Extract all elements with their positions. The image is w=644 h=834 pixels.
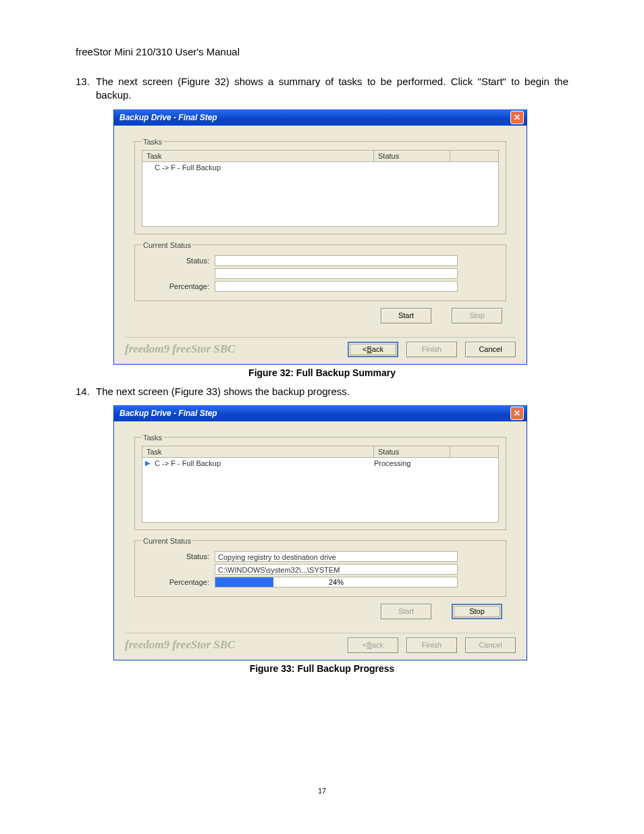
current-status-group: Current Status Status: Percentage:	[134, 241, 506, 301]
step-14-text: The next screen (Figure 33) shows the ba…	[96, 385, 568, 398]
back-button[interactable]: < Back	[348, 637, 398, 653]
dialog-title: Backup Drive - Final Step	[119, 113, 217, 122]
tasks-legend: Tasks	[142, 434, 163, 442]
task-status: Processing	[374, 459, 455, 467]
current-status-legend: Current Status	[142, 241, 192, 249]
task-name: C -> F - Full Backup	[153, 163, 374, 172]
finish-button[interactable]: Finish	[406, 342, 457, 357]
close-icon[interactable]: ✕	[510, 111, 524, 124]
task-list[interactable]: C -> F - Full Backup	[142, 162, 499, 227]
percentage-label: Percentage:	[142, 282, 215, 290]
current-status-group: Current Status Status: Copying registry …	[134, 537, 506, 597]
figure-33-caption: Figure 33: Full Backup Progress	[76, 663, 568, 674]
tasks-legend: Tasks	[142, 138, 163, 146]
tasks-group: Tasks Task Status ▶ C -> F - Full Backup…	[134, 434, 506, 530]
backup-dialog-summary: Backup Drive - Final Step ✕ Tasks Task S…	[113, 109, 527, 365]
back-suffix: ack	[372, 345, 383, 353]
col-status: Status	[374, 151, 450, 161]
tasks-group: Tasks Task Status C -> F - Full Backup	[134, 138, 506, 234]
step-14: 14. The next screen (Figure 33) shows th…	[76, 385, 568, 398]
status-label: Status:	[142, 257, 215, 265]
status-line1: Copying registry to destination drive	[215, 551, 458, 562]
task-row: ▶ C -> F - Full Backup Processing	[145, 459, 495, 467]
step-13-text: The next screen (Figure 32) shows a summ…	[96, 75, 568, 103]
brand-text: freedom9 freeStor SBC	[125, 638, 348, 652]
back-underline: B	[367, 345, 371, 353]
action-button-row: Start Stop	[125, 308, 502, 323]
brand-text: freedom9 freeStor SBC	[125, 342, 348, 356]
current-status-legend: Current Status	[142, 537, 192, 545]
arrow-icon: ▶	[145, 459, 153, 467]
titlebar[interactable]: Backup Drive - Final Step ✕	[114, 109, 527, 126]
back-underline: B	[367, 641, 371, 649]
back-suffix: ack	[372, 641, 383, 649]
status-line2	[215, 268, 458, 279]
dialog-footer: freedom9 freeStor SBC < Back Finish Canc…	[114, 637, 527, 660]
cancel-button[interactable]: Cancel	[465, 637, 516, 653]
task-header-row: Task Status	[142, 150, 499, 162]
col-status: Status	[374, 446, 450, 457]
arrow-icon	[145, 163, 153, 171]
progress-bar: 24%	[215, 577, 458, 588]
step-14-number: 14.	[76, 385, 96, 398]
status-label: Status:	[142, 552, 215, 561]
page-header: freeStor Mini 210/310 User's Manual	[76, 46, 568, 57]
manual-page: freeStor Mini 210/310 User's Manual 13. …	[0, 0, 644, 834]
stop-button[interactable]: Stop	[452, 308, 502, 323]
finish-button[interactable]: Finish	[406, 637, 457, 653]
progress-text	[215, 282, 457, 291]
status-line2: C:\WINDOWS\system32\...\SYSTEM	[215, 564, 458, 575]
page-number: 17	[0, 787, 644, 795]
start-button[interactable]: Start	[381, 308, 431, 323]
step-13-number: 13.	[76, 75, 96, 103]
step-13: 13. The next screen (Figure 32) shows a …	[76, 75, 568, 103]
progress-text: 24%	[215, 577, 457, 587]
titlebar[interactable]: Backup Drive - Final Step ✕	[114, 405, 527, 421]
task-name: C -> F - Full Backup	[153, 459, 374, 467]
action-button-row: Start Stop	[125, 604, 502, 619]
back-button[interactable]: < Back	[348, 342, 398, 357]
figure-32-caption: Figure 32: Full Backup Summary	[76, 367, 568, 378]
percentage-label: Percentage:	[142, 578, 215, 586]
col-task: Task	[142, 446, 374, 457]
progress-bar	[215, 281, 458, 292]
close-icon[interactable]: ✕	[510, 407, 524, 420]
col-task: Task	[142, 151, 374, 161]
task-row: C -> F - Full Backup	[145, 163, 495, 172]
stop-button[interactable]: Stop	[452, 604, 502, 619]
dialog-footer: freedom9 freeStor SBC < Back Finish Canc…	[114, 342, 527, 364]
dialog-title: Backup Drive - Final Step	[119, 409, 217, 418]
backup-dialog-progress: Backup Drive - Final Step ✕ Tasks Task S…	[113, 405, 527, 660]
cancel-button[interactable]: Cancel	[465, 342, 516, 357]
status-line1	[215, 255, 458, 266]
task-header-row: Task Status	[142, 446, 499, 458]
task-list[interactable]: ▶ C -> F - Full Backup Processing	[142, 458, 499, 523]
start-button[interactable]: Start	[381, 604, 431, 619]
